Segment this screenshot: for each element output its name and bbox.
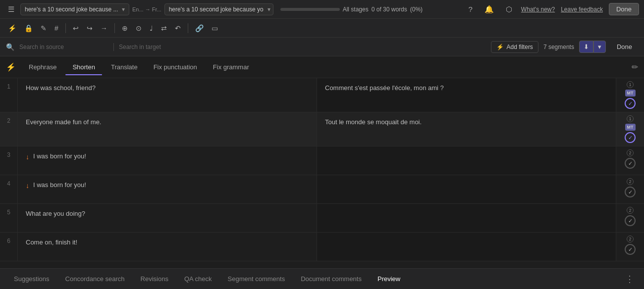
top-bar-left: ☰ here's a 10 second joke because ... ▾ … [5,3,462,16]
doc-title-right-button[interactable]: here's a 10 second joke because yo ▾ [164,3,273,15]
table-row: 6 Come on, finish it! 2 ✓ [0,233,644,261]
segment-source[interactable]: Everyone made fun of me. [18,112,317,146]
confirm-btn[interactable]: ✓ [625,244,636,255]
segment-actions: 2 ✓ [616,175,644,203]
whats-new-link[interactable]: What's new? [521,6,555,13]
tab-revisions[interactable]: Revisions [133,270,176,288]
redo-btn[interactable]: ↪ [84,22,96,34]
search-right: ⚡ Add filters 7 segments ⬇ ▾ Done [491,41,638,53]
segment-target[interactable]: Tout le monde se moquait de moi. [317,112,616,146]
confirm-btn[interactable]: ✓ [625,132,636,143]
segment-actions: 2 ✓ [616,204,644,232]
lang-pair: En... → Fr... [132,6,161,12]
search-divider [113,43,114,51]
confirm-btn[interactable]: ✓ [625,187,636,197]
segment-number: 6 [0,233,18,261]
segment-actions: 1 MT ✓ [616,78,644,112]
share-icon[interactable]: ⬡ [503,3,515,16]
doc-title-right-chevron: ▾ [268,6,270,13]
segment-number: 4 [0,175,18,203]
done-button[interactable]: Done [609,3,639,15]
revision-badge: 1 [627,115,634,122]
expand-btn[interactable]: ▾ [593,41,606,53]
segment-number: 1 [0,78,18,112]
filter-button[interactable]: ⚡ Add filters [491,41,538,53]
segment-target[interactable] [317,233,616,261]
segment-source[interactable]: How was school, friend? [18,78,317,112]
search-source-input[interactable] [19,44,108,50]
confirm-btn[interactable]: ✓ [625,98,636,109]
search-done-btn[interactable]: Done [611,41,638,52]
table-row: 4 ↓ I was born for you! 2 ✓ [0,175,644,204]
segment-target[interactable]: Comment s'est passée l'école, mon ami ? [317,78,616,112]
segments-container: 1 How was school, friend? Comment s'est … [0,78,644,268]
edit-btn[interactable]: ✎ [38,22,50,34]
tab-document-comments[interactable]: Document comments [293,270,370,288]
confirm-btn[interactable]: ✓ [625,158,636,169]
undo-btn[interactable]: ↩ [70,22,82,34]
note-btn[interactable]: ♩ [147,22,156,34]
search-icon[interactable]: 🔍 [6,43,14,51]
editor-toolbar: ⚡ 🔒 ✎ # ↩ ↪ → ⊕ ⊙ ♩ ⇄ ↶ 🔗 ▭ [0,19,644,38]
segment-source[interactable]: ↓ I was born for you! [18,175,317,203]
segment-source[interactable]: What are you doing? [18,204,317,232]
segment-number: 3 [0,146,18,175]
table-row: 5 What are you doing? 2 ✓ [0,204,644,233]
arrow-right-btn[interactable]: → [98,22,110,34]
download-btn[interactable]: ⬇ [579,41,593,53]
tab-shorten[interactable]: Shorten [65,59,102,75]
tab-translate[interactable]: Translate [104,59,145,75]
separator-2 [114,23,115,33]
segment-actions: 1 MT ✓ [616,112,644,146]
segment-target[interactable] [317,204,616,232]
down-arrow-icon: ↓ [26,182,29,190]
tab-fix-punctuation[interactable]: Fix punctuation [147,59,204,75]
search-target-input[interactable] [119,44,208,50]
revision-badge: 2 [627,149,634,156]
segment-source[interactable]: ↓ I was born for you! [18,146,317,175]
doc-title-right-text: here's a 10 second joke because yo [169,6,264,13]
tab-rephrase[interactable]: Rephrase [22,59,63,75]
circle-btn[interactable]: ⊙ [133,22,145,34]
segment-number: 2 [0,112,18,146]
tab-qa-check[interactable]: QA check [176,270,220,288]
layout-btn[interactable]: ▭ [209,22,221,34]
mt-badge: MT [625,90,636,96]
segment-target[interactable] [317,146,616,175]
notifications-icon[interactable]: 🔔 [482,3,497,16]
table-row: 2 Everyone made fun of me. Tout le monde… [0,112,644,146]
tab-fix-grammar[interactable]: Fix grammar [206,59,256,75]
ai-toolbar-btn[interactable]: ⚡ [5,22,19,34]
segments-count: 7 segments [543,44,574,50]
word-pct: (0%) [410,6,423,13]
menu-icon[interactable]: ☰ [5,3,17,16]
more-options-icon[interactable]: ⋮ [621,272,638,287]
lock-btn[interactable]: 🔒 [21,22,36,34]
link-btn[interactable]: 🔗 [192,22,207,34]
leave-feedback-link[interactable]: Leave feedback [561,6,603,13]
filter-icon: ⚡ [496,44,504,50]
revision-badge: 1 [627,81,634,88]
tab-segment-comments[interactable]: Segment comments [220,270,293,288]
segment-actions: 2 ✓ [616,233,644,261]
top-bar-right: ? 🔔 ⬡ What's new? Leave feedback Done [466,3,639,16]
tab-suggestions[interactable]: Suggestions [6,270,57,288]
exchange-btn[interactable]: ⇄ [158,22,170,34]
segment-source[interactable]: Come on, finish it! [18,233,317,261]
help-icon[interactable]: ? [466,3,476,15]
add-btn[interactable]: ⊕ [119,22,131,34]
tag-btn[interactable]: # [52,22,61,34]
rotate-btn[interactable]: ↶ [172,22,184,34]
doc-title-left-button[interactable]: here's a 10 second joke because ... ▾ [20,3,129,15]
revision-badge: 2 [627,236,634,242]
segment-target[interactable] [317,175,616,203]
mt-badge: MT [625,124,636,131]
separator-3 [188,23,188,33]
tab-concordance[interactable]: Concordance search [57,270,133,288]
edit-right-icon[interactable]: ✏ [632,62,638,72]
bottom-tabs: Suggestions Concordance search Revisions… [0,268,644,289]
confirm-btn[interactable]: ✓ [625,215,636,226]
tab-preview[interactable]: Preview [370,270,408,288]
separator-1 [65,23,66,33]
down-arrow-icon: ↓ [26,153,29,161]
